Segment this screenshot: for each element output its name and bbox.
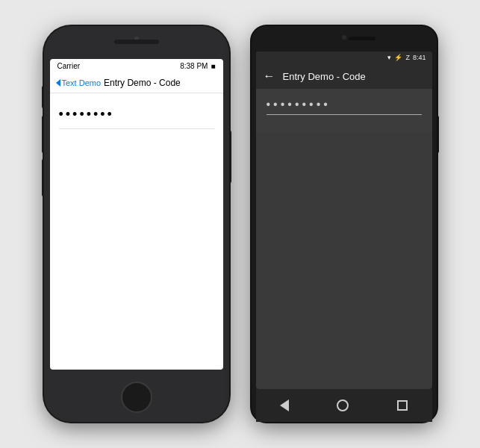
ios-password-field[interactable]: •••••••• (59, 101, 214, 129)
android-recent-nav-icon[interactable] (397, 400, 408, 411)
ios-battery: ■ (211, 62, 215, 70)
ios-carrier: Carrier (57, 62, 81, 70)
ios-home-button[interactable] (121, 382, 152, 413)
ios-content: •••••••• (50, 93, 223, 137)
android-battery-icon: ⚡ (394, 54, 402, 61)
android-nav-title: Entry Demo - Code (283, 71, 366, 82)
ios-back-button[interactable]: Text Demo (56, 78, 102, 87)
ios-screen: Carrier 8:38 PM ■ Text Demo Entry Demo -… (50, 59, 223, 370)
ios-power-button (229, 131, 231, 183)
ios-back-chevron-icon (56, 79, 60, 87)
ios-status-bar: Carrier 8:38 PM ■ (50, 59, 223, 73)
android-password-field[interactable]: ••••••••• (267, 98, 422, 115)
ios-silent-button (42, 86, 44, 108)
ios-nav-title: Entry Demo - Code (104, 78, 181, 88)
ios-back-label: Text Demo (62, 78, 102, 87)
ios-speaker (114, 40, 159, 44)
android-camera (342, 35, 346, 40)
android-home-nav-icon[interactable] (337, 399, 349, 411)
android-phone: ▾ ⚡ Z 8:41 ← Entry Demo - Code ••••••••• (252, 26, 437, 422)
android-content: ••••••••• (256, 89, 432, 133)
android-power-button (437, 116, 439, 153)
android-back-nav-icon[interactable] (280, 399, 289, 411)
android-status-bar: ▾ ⚡ Z 8:41 (256, 52, 432, 63)
android-password-dots: ••••••••• (267, 98, 422, 111)
ios-status-right: 8:38 PM ■ (180, 62, 215, 70)
android-speaker (349, 37, 375, 40)
ios-phone: Carrier 8:38 PM ■ Text Demo Entry Demo -… (44, 26, 229, 422)
ios-time: 8:38 PM (180, 62, 208, 70)
android-time: 8:41 (413, 54, 426, 61)
android-nav-bar (256, 389, 432, 422)
android-screen: ▾ ⚡ Z 8:41 ← Entry Demo - Code ••••••••• (256, 52, 432, 389)
ios-volume-up-button (42, 116, 44, 153)
android-back-button[interactable]: ← (264, 69, 275, 83)
android-wifi-icon: ▾ (387, 54, 391, 61)
android-battery-label: Z (405, 54, 410, 61)
android-top-bar: ← Entry Demo - Code (256, 63, 432, 89)
ios-volume-down-button (42, 159, 44, 196)
ios-nav-bar: Text Demo Entry Demo - Code (50, 73, 223, 93)
